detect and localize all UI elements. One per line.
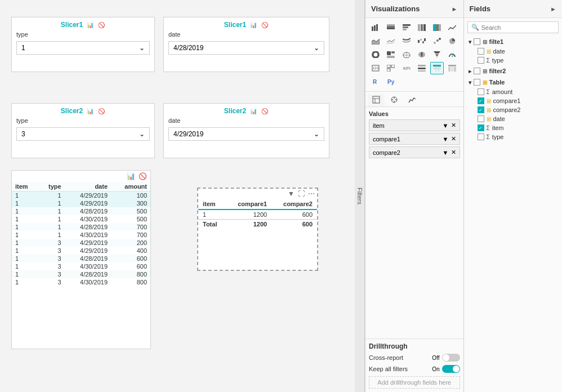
viz-bar-icon[interactable] bbox=[369, 21, 382, 34]
viz-matrix-icon[interactable] bbox=[445, 62, 459, 74]
tab-analytics[interactable] bbox=[404, 94, 421, 106]
keep-filters-toggle[interactable]: On bbox=[432, 365, 460, 373]
viz-r-icon[interactable]: R bbox=[369, 75, 382, 88]
focus-icon[interactable]: ⛶ bbox=[298, 190, 305, 198]
slicer2-date-dropdown[interactable]: 4/29/2019 ⌄ bbox=[168, 127, 324, 141]
field-item[interactable]: ✓⊞compare1 bbox=[466, 96, 560, 105]
slicer1-date-dropdown[interactable]: 4/28/2019 ⌄ bbox=[168, 41, 324, 55]
block-toolbar-icon[interactable]: 🚫 bbox=[139, 172, 147, 180]
expand-icon[interactable]: ▼ bbox=[443, 149, 449, 156]
viz-stacked-icon[interactable] bbox=[415, 21, 429, 34]
viz-slicer-icon[interactable] bbox=[415, 62, 429, 74]
expand-icon[interactable]: ▼ bbox=[443, 122, 449, 129]
remove-icon[interactable]: ✕ bbox=[451, 122, 456, 129]
viz-panel-arrow[interactable]: ► bbox=[452, 6, 458, 12]
viz-100bar-icon[interactable] bbox=[430, 21, 444, 34]
viz-map-icon[interactable] bbox=[400, 48, 413, 61]
viz-kpi-icon[interactable]: KPI bbox=[400, 62, 413, 74]
more-icon[interactable]: ⋯ bbox=[308, 190, 315, 198]
cross-report-toggle[interactable]: Off bbox=[432, 354, 460, 362]
table-row[interactable]: 134/29/2019400 bbox=[12, 247, 150, 255]
viz-pie-icon[interactable] bbox=[445, 35, 459, 47]
field-checkbox[interactable] bbox=[478, 133, 484, 140]
keep-filters-track[interactable] bbox=[442, 365, 460, 373]
block-icon[interactable]: 🚫 bbox=[97, 21, 105, 29]
viz-donut-icon[interactable] bbox=[369, 48, 382, 61]
table-row[interactable]: 134/28/2019800 bbox=[12, 270, 150, 278]
viz-gauge-icon[interactable] bbox=[445, 48, 459, 61]
filters-sidebar[interactable]: Filters bbox=[355, 0, 365, 392]
field-checkbox[interactable] bbox=[478, 115, 484, 122]
viz-col-icon[interactable] bbox=[384, 21, 398, 34]
field-group-header[interactable]: ▾⊞filte1 bbox=[466, 37, 560, 47]
tab-format[interactable] bbox=[386, 94, 403, 106]
filter-icon[interactable]: ▼ bbox=[288, 190, 295, 198]
field-checkbox[interactable] bbox=[478, 57, 484, 64]
cross-report-track[interactable] bbox=[442, 354, 460, 362]
table-row[interactable]: 114/28/2019700 bbox=[12, 223, 150, 231]
chart-toolbar-icon[interactable]: 📊 bbox=[127, 172, 135, 180]
table-row[interactable]: 11200600 bbox=[198, 210, 317, 220]
field-checkbox[interactable]: ✓ bbox=[478, 106, 484, 113]
field-item[interactable]: ✓⊞compare2 bbox=[466, 105, 560, 114]
value-pill-compare1[interactable]: compare1 ▼ ✕ bbox=[369, 133, 460, 145]
remove-icon[interactable]: ✕ bbox=[451, 135, 456, 142]
viz-line-icon[interactable] bbox=[445, 21, 459, 34]
slicer2-type-dropdown[interactable]: 3 ⌄ bbox=[16, 127, 150, 141]
viz-treemap-icon[interactable] bbox=[384, 48, 398, 61]
table-row[interactable]: 114/28/2019500 bbox=[12, 207, 150, 215]
field-item[interactable]: Σamount bbox=[466, 87, 560, 96]
viz-waterfall-icon[interactable] bbox=[415, 35, 429, 47]
field-group-header[interactable]: ▾⊞Table bbox=[466, 77, 560, 87]
tab-fields[interactable] bbox=[368, 94, 385, 106]
viz-multicard-icon[interactable] bbox=[384, 62, 398, 74]
viz-scatter-icon[interactable] bbox=[430, 35, 444, 47]
table-row[interactable]: 134/30/2019600 bbox=[12, 262, 150, 270]
slicer1-type-dropdown[interactable]: 1 ⌄ bbox=[16, 41, 150, 55]
field-item[interactable]: ⊞date bbox=[466, 47, 560, 56]
block-icon[interactable]: 🚫 bbox=[261, 21, 269, 29]
fields-search-box[interactable]: 🔍 bbox=[467, 21, 559, 33]
fields-panel-arrow[interactable]: ► bbox=[550, 6, 556, 12]
viz-ribbon-icon[interactable] bbox=[400, 35, 413, 47]
viz-python-icon[interactable]: Py bbox=[384, 75, 398, 88]
block-icon[interactable]: 🚫 bbox=[97, 107, 105, 115]
field-checkbox[interactable] bbox=[478, 88, 484, 95]
group-checkbox[interactable] bbox=[474, 38, 480, 45]
field-item[interactable]: ✓Σitem bbox=[466, 123, 560, 132]
block-icon[interactable]: 🚫 bbox=[261, 107, 269, 115]
group-checkbox[interactable] bbox=[474, 79, 480, 86]
table-row[interactable]: 114/30/2019700 bbox=[12, 231, 150, 239]
expand-icon[interactable]: ▼ bbox=[443, 136, 449, 142]
chart-icon[interactable]: 📊 bbox=[86, 107, 94, 115]
field-group-header[interactable]: ▸⊞filter2 bbox=[466, 66, 560, 76]
value-pill-item[interactable]: item ▼ ✕ bbox=[369, 119, 460, 131]
fields-search-input[interactable] bbox=[481, 24, 555, 31]
value-pill-compare2[interactable]: compare2 ▼ ✕ bbox=[369, 146, 460, 158]
viz-hbar-icon[interactable] bbox=[400, 21, 413, 34]
field-item[interactable]: ⊞date bbox=[466, 114, 560, 123]
field-item[interactable]: Σtype bbox=[466, 56, 560, 65]
viz-card-icon[interactable]: 123 bbox=[369, 62, 382, 74]
chart-icon[interactable]: 📊 bbox=[249, 107, 257, 115]
viz-linestack-icon[interactable] bbox=[384, 35, 398, 47]
viz-table-icon[interactable] bbox=[430, 62, 444, 74]
field-item[interactable]: Σtype bbox=[466, 132, 560, 141]
table-row[interactable]: 114/29/2019300 bbox=[12, 199, 150, 207]
group-checkbox[interactable] bbox=[474, 68, 480, 74]
field-checkbox[interactable]: ✓ bbox=[478, 97, 484, 104]
table-row[interactable]: 114/30/2019500 bbox=[12, 215, 150, 223]
drillthrough-add-field[interactable]: Add drillthrough fields here bbox=[369, 376, 460, 389]
table-row[interactable]: 114/29/2019100 bbox=[12, 191, 150, 200]
field-checkbox[interactable] bbox=[478, 48, 484, 55]
field-checkbox[interactable]: ✓ bbox=[478, 124, 484, 131]
viz-area-icon[interactable] bbox=[369, 35, 382, 47]
chart-icon[interactable]: 📊 bbox=[249, 21, 257, 29]
chart-icon[interactable]: 📊 bbox=[86, 21, 94, 29]
viz-funnel-icon[interactable] bbox=[430, 48, 444, 61]
remove-icon[interactable]: ✕ bbox=[451, 149, 456, 156]
viz-filledmap-icon[interactable] bbox=[415, 48, 429, 61]
table-row[interactable]: 134/30/2019800 bbox=[12, 278, 150, 286]
table-row[interactable]: 134/28/2019600 bbox=[12, 255, 150, 262]
table-row[interactable]: 134/29/2019200 bbox=[12, 239, 150, 247]
